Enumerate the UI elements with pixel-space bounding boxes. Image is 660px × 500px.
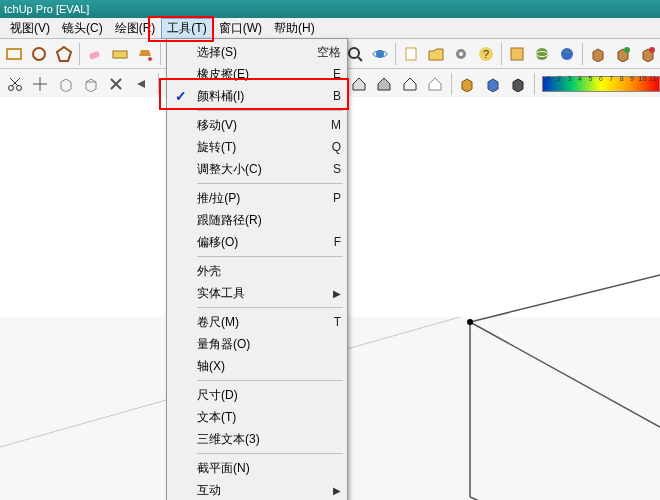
gradient-labels: 1234567891011 — [543, 75, 659, 82]
wireframe-open-icon[interactable] — [54, 71, 77, 97]
menu-item-solid[interactable]: 实体工具▶ — [169, 282, 345, 304]
svg-point-29 — [16, 85, 21, 90]
scissors-icon[interactable] — [3, 71, 26, 97]
menu-item-rotate[interactable]: 旋转(T)Q — [169, 136, 345, 158]
menu-item-interact[interactable]: 互动▶ — [169, 479, 345, 500]
polygon-icon[interactable] — [52, 41, 75, 67]
cube-gold-icon[interactable] — [456, 71, 479, 97]
menu-item-move[interactable]: 移动(V)M — [169, 114, 345, 136]
svg-rect-19 — [511, 48, 523, 60]
separator — [160, 43, 161, 65]
menu-item-pushpull[interactable]: 推/拉(P)P — [169, 187, 345, 209]
separator — [395, 43, 396, 65]
menu-item-section[interactable]: 截平面(N) — [169, 457, 345, 479]
svg-line-30 — [12, 78, 20, 86]
menu-separator — [197, 183, 343, 184]
menu-item-select[interactable]: 选择(S)空格 — [169, 41, 345, 63]
menu-bar: 视图(V) 镜头(C) 绘图(R) 工具(T) 窗口(W) 帮助(H) — [0, 18, 660, 39]
menu-item-paint-bucket[interactable]: ✓ 颜料桶(I)B — [169, 85, 345, 107]
house-style5-icon[interactable] — [423, 71, 446, 97]
menu-item-shell[interactable]: 外壳 — [169, 260, 345, 282]
menu-item-follow[interactable]: 跟随路径(R) — [169, 209, 345, 231]
tape-measure-icon[interactable] — [109, 41, 132, 67]
eraser-icon[interactable] — [84, 41, 107, 67]
svg-marker-47 — [513, 79, 523, 92]
house-style4-icon[interactable] — [398, 71, 421, 97]
menu-item-axes[interactable]: 轴(X) — [169, 355, 345, 377]
cube-blue-icon[interactable] — [481, 71, 504, 97]
help-icon[interactable]: ? — [474, 41, 497, 67]
check-icon: ✓ — [175, 88, 187, 104]
menu-tools[interactable]: 工具(T) — [161, 18, 212, 39]
arrow-icon[interactable] — [130, 71, 153, 97]
move-tool-icon[interactable] — [28, 71, 51, 97]
rectangle-icon[interactable] — [3, 41, 26, 67]
menu-help[interactable]: 帮助(H) — [268, 18, 321, 39]
svg-point-6 — [148, 57, 152, 61]
svg-point-9 — [349, 48, 359, 58]
menu-draw[interactable]: 绘图(R) — [109, 18, 162, 39]
menu-separator — [197, 110, 343, 111]
wireframe-solid-icon[interactable] — [79, 71, 102, 97]
svg-point-22 — [561, 48, 573, 60]
menu-separator — [197, 256, 343, 257]
separator — [534, 73, 535, 95]
menu-item-text[interactable]: 文本(T) — [169, 406, 345, 428]
svg-marker-35 — [86, 79, 96, 92]
svg-point-25 — [624, 47, 630, 53]
svg-point-1 — [33, 48, 45, 60]
svg-rect-0 — [7, 49, 21, 59]
menu-item-protractor[interactable]: 量角器(O) — [169, 333, 345, 355]
svg-line-10 — [358, 57, 362, 61]
svg-point-51 — [467, 319, 473, 325]
menu-item-dimensions[interactable]: 尺寸(D) — [169, 384, 345, 406]
svg-marker-34 — [61, 79, 71, 92]
house-style2-icon[interactable] — [347, 71, 370, 97]
close-icon[interactable] — [105, 71, 128, 97]
separator — [451, 73, 452, 95]
separator — [501, 43, 502, 65]
submenu-arrow-icon: ▶ — [333, 288, 341, 299]
orbit-icon[interactable] — [368, 41, 391, 67]
separator — [79, 43, 80, 65]
svg-point-28 — [8, 85, 13, 90]
svg-marker-2 — [57, 47, 71, 61]
file-new-icon[interactable] — [400, 41, 423, 67]
globe-icon[interactable] — [530, 41, 553, 67]
svg-text:?: ? — [482, 48, 488, 60]
menu-view[interactable]: 视图(V) — [4, 18, 56, 39]
menu-item-scale[interactable]: 调整大小(C)S — [169, 158, 345, 180]
svg-marker-14 — [429, 49, 443, 60]
file-open-icon[interactable] — [425, 41, 448, 67]
svg-marker-41 — [353, 78, 365, 90]
box-brown-icon[interactable] — [587, 41, 610, 67]
menu-item-offset[interactable]: 偏移(O)F — [169, 231, 345, 253]
menu-camera[interactable]: 镜头(C) — [56, 18, 109, 39]
svg-point-27 — [649, 47, 655, 53]
svg-point-20 — [536, 48, 548, 60]
gear-icon[interactable] — [449, 41, 472, 67]
menu-item-3dtext[interactable]: 三维文本(3) — [169, 428, 345, 450]
cube-dark-icon[interactable] — [506, 71, 529, 97]
paint-bucket-icon[interactable] — [134, 41, 157, 67]
menu-separator — [197, 307, 343, 308]
menu-item-tape[interactable]: 卷尺(M)T — [169, 311, 345, 333]
earth-icon[interactable] — [555, 41, 578, 67]
svg-marker-46 — [488, 79, 498, 92]
menu-window[interactable]: 窗口(W) — [213, 18, 268, 39]
svg-marker-43 — [404, 78, 416, 90]
menu-separator — [197, 453, 343, 454]
svg-marker-45 — [462, 79, 472, 92]
svg-rect-3 — [89, 50, 100, 59]
svg-point-16 — [459, 52, 463, 56]
menu-item-eraser[interactable]: 橡皮擦(E)E — [169, 63, 345, 85]
tools-dropdown: 选择(S)空格 橡皮擦(E)E ✓ 颜料桶(I)B 移动(V)M 旋转(T)Q … — [166, 38, 348, 500]
circle-icon[interactable] — [28, 41, 51, 67]
house-style3-icon[interactable] — [372, 71, 395, 97]
separator — [158, 73, 159, 95]
shadow-gradient[interactable]: 1234567891011 — [542, 76, 660, 92]
submenu-arrow-icon: ▶ — [333, 485, 341, 496]
box-green-icon[interactable] — [612, 41, 635, 67]
box-red-icon[interactable] — [636, 41, 659, 67]
component-icon[interactable] — [506, 41, 529, 67]
